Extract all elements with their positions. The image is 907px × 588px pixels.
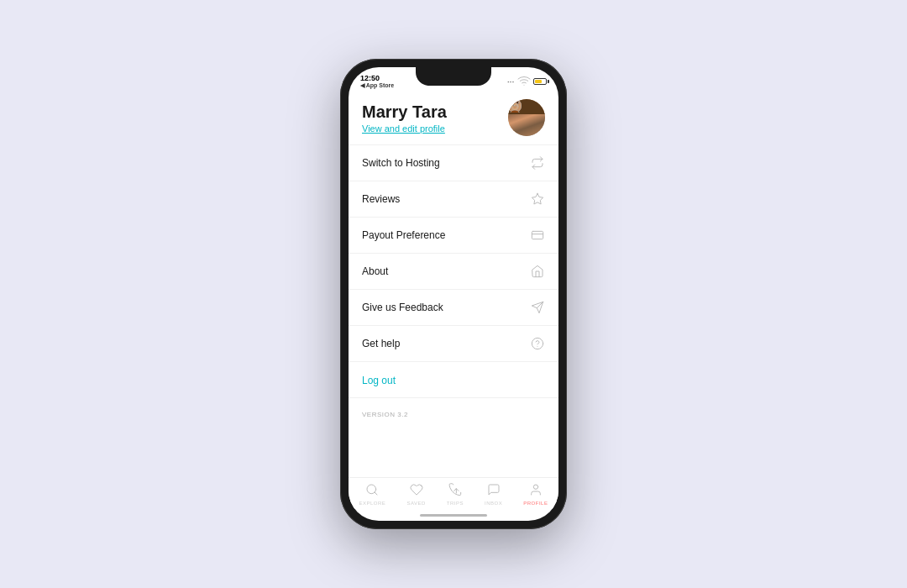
version-text: VERSION 3.2 [362, 411, 408, 418]
svg-rect-9 [532, 231, 543, 239]
switch-hosting-icon [530, 155, 545, 171]
svg-point-6 [516, 105, 516, 106]
feedback-label: Give us Feedback [362, 302, 443, 313]
tab-inbox[interactable]: INBOX [485, 483, 502, 506]
tab-trips[interactable]: TRIPS [447, 483, 464, 506]
status-right: ··· [507, 74, 547, 89]
status-left: 12:50 ◀ App Store [360, 74, 394, 89]
feedback-icon [530, 300, 545, 315]
about-label: About [362, 265, 388, 277]
tab-bar: EXPLORE SAVED TRIPS [349, 477, 558, 509]
home-bar [420, 514, 487, 517]
profile-header: Marry Tara View and edit profile [349, 91, 558, 144]
about-icon [530, 264, 545, 279]
inbox-label: INBOX [485, 501, 502, 506]
menu-item-about[interactable]: About [349, 254, 558, 290]
edit-profile-link[interactable]: View and edit profile [362, 123, 447, 134]
menu-item-payout[interactable]: Payout Preference [349, 218, 558, 254]
phone-container: 12:50 ◀ App Store ··· [340, 59, 567, 529]
help-icon [530, 336, 545, 351]
phone-screen: 12:50 ◀ App Store ··· [349, 67, 558, 521]
logout-button[interactable]: Log out [362, 375, 396, 386]
wifi-icon [517, 74, 531, 89]
logout-section: Log out [349, 362, 558, 398]
explore-icon [365, 483, 379, 499]
avatar[interactable] [508, 99, 545, 136]
svg-point-5 [513, 105, 514, 106]
menu-item-reviews[interactable]: Reviews [349, 181, 558, 218]
status-time: 12:50 [360, 74, 394, 82]
profile-name: Marry Tara [362, 102, 447, 122]
menu-section: Switch to Hosting Reviews [349, 144, 558, 362]
explore-label: EXPLORE [359, 501, 386, 506]
menu-item-feedback[interactable]: Give us Feedback [349, 290, 558, 326]
profile-icon [529, 483, 543, 499]
profile-info: Marry Tara View and edit profile [362, 102, 447, 134]
signal-dots: ··· [507, 79, 515, 85]
help-label: Get help [362, 338, 400, 349]
battery-icon [533, 78, 547, 85]
menu-item-help[interactable]: Get help [349, 326, 558, 362]
reviews-label: Reviews [362, 193, 400, 205]
trips-label: TRIPS [447, 501, 464, 506]
content-area: Marry Tara View and edit profile [349, 91, 558, 477]
svg-point-4 [511, 102, 518, 110]
svg-marker-8 [532, 193, 543, 204]
menu-item-switch-hosting[interactable]: Switch to Hosting [349, 144, 558, 181]
tab-explore[interactable]: EXPLORE [359, 483, 386, 506]
inbox-icon [487, 483, 501, 499]
profile-tab-label: PROFILE [523, 501, 548, 506]
saved-icon [410, 483, 423, 499]
home-indicator [349, 509, 558, 521]
switch-hosting-label: Switch to Hosting [362, 157, 440, 169]
svg-line-16 [375, 492, 378, 495]
tab-profile[interactable]: PROFILE [523, 483, 548, 506]
version-section: VERSION 3.2 [349, 398, 558, 427]
svg-point-18 [533, 485, 537, 489]
payout-label: Payout Preference [362, 229, 445, 241]
trips-icon [448, 483, 462, 499]
saved-label: SAVED [406, 501, 425, 506]
payout-icon [530, 228, 545, 243]
svg-point-13 [532, 338, 543, 349]
tab-saved[interactable]: SAVED [406, 483, 425, 506]
reviews-icon [530, 192, 545, 207]
notch [416, 67, 491, 86]
svg-point-7 [511, 110, 519, 113]
app-store-label: ◀ App Store [360, 82, 394, 89]
